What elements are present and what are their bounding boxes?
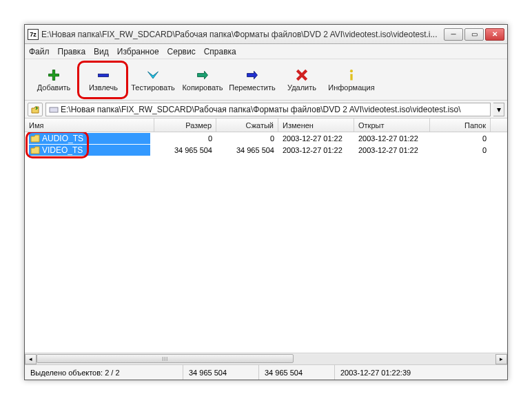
delete-label: Удалить <box>287 83 316 92</box>
up-button[interactable] <box>28 103 43 116</box>
svg-point-1 <box>350 70 353 72</box>
address-text: E:\Новая папка\FIX_RW_SDCARD\Рабочая пап… <box>61 105 461 114</box>
menu-help[interactable]: Справка <box>204 47 236 56</box>
address-dropdown[interactable]: ▾ <box>493 103 504 116</box>
window-controls: ─ ▭ ✕ <box>444 28 504 41</box>
extract-button[interactable]: Извлечь <box>79 61 128 99</box>
scroll-track[interactable]: ׀׀׀ <box>37 354 495 364</box>
main-window: 7z E:\Новая папка\FIX_RW_SDCARD\Рабочая … <box>24 24 508 380</box>
test-button[interactable]: Тестировать <box>128 61 178 99</box>
test-label: Тестировать <box>131 83 175 92</box>
menu-file[interactable]: Файл <box>29 47 50 56</box>
address-input[interactable]: E:\Новая папка\FIX_RW_SDCARD\Рабочая пап… <box>45 103 491 116</box>
table-row[interactable]: AUDIO_TS 0 0 2003-12-27 01:22 2003-12-27… <box>25 132 507 144</box>
menu-favorites[interactable]: Избранное <box>117 47 159 56</box>
scroll-thumb[interactable]: ׀׀׀ <box>37 354 294 363</box>
delete-icon <box>294 68 310 82</box>
menu-view[interactable]: Вид <box>94 47 109 56</box>
svg-rect-2 <box>350 74 352 80</box>
cell-opened: 2003-12-27 01:22 <box>354 134 430 143</box>
horizontal-scrollbar[interactable]: ◂ ׀׀׀ ▸ <box>25 353 507 364</box>
copy-label: Копировать <box>182 83 223 92</box>
status-packed: 34 965 504 <box>259 365 335 380</box>
status-date: 2003-12-27 01:22:39 <box>335 365 507 380</box>
header-name[interactable]: Имя <box>25 118 154 132</box>
header-opened[interactable]: Открыт <box>354 118 430 132</box>
table-row[interactable]: VIDEO_TS 34 965 504 34 965 504 2003-12-2… <box>25 144 507 156</box>
info-label: Информация <box>328 83 374 92</box>
status-selected: Выделено объектов: 2 / 2 <box>25 365 183 380</box>
column-headers: Имя Размер Сжатый Изменен Открыт Папок <box>25 118 507 132</box>
svg-rect-3 <box>50 107 58 112</box>
cell-folders: 0 <box>430 134 491 143</box>
drive-icon <box>49 105 59 114</box>
cell-size: 34 965 504 <box>154 146 216 154</box>
file-list[interactable]: AUDIO_TS 0 0 2003-12-27 01:22 2003-12-27… <box>25 132 507 353</box>
header-folders[interactable]: Папок <box>430 118 491 132</box>
menu-tools[interactable]: Сервис <box>167 47 196 56</box>
cell-packed: 0 <box>216 134 278 143</box>
cell-modified: 2003-12-27 01:22 <box>278 146 354 154</box>
header-packed[interactable]: Сжатый <box>216 118 278 132</box>
close-button[interactable]: ✕ <box>485 28 504 41</box>
folder-icon <box>30 134 40 143</box>
addressbar: E:\Новая папка\FIX_RW_SDCARD\Рабочая пап… <box>25 101 507 118</box>
svg-rect-0 <box>99 74 109 76</box>
folder-icon <box>30 146 40 154</box>
scroll-right-button[interactable]: ▸ <box>495 354 507 364</box>
folder-up-icon <box>30 105 40 114</box>
header-size[interactable]: Размер <box>154 118 216 132</box>
plus-icon <box>45 68 62 82</box>
delete-button[interactable]: Удалить <box>277 61 327 99</box>
file-name: VIDEO_TS <box>42 145 83 155</box>
maximize-button[interactable]: ▭ <box>464 28 484 41</box>
menu-edit[interactable]: Правка <box>58 47 86 56</box>
check-icon <box>145 68 161 82</box>
extract-label: Извлечь <box>89 83 118 92</box>
cell-packed: 34 965 504 <box>216 146 278 154</box>
minimize-button[interactable]: ─ <box>444 28 463 41</box>
toolbar: Добавить Извлечь Тестировать Копировать … <box>25 59 507 101</box>
minus-icon <box>95 68 112 82</box>
cell-opened: 2003-12-27 01:22 <box>354 146 430 154</box>
cell-modified: 2003-12-27 01:22 <box>278 134 354 143</box>
header-modified[interactable]: Изменен <box>278 118 354 132</box>
app-icon: 7z <box>28 29 39 40</box>
move-button[interactable]: Переместить <box>227 61 277 99</box>
window-title: E:\Новая папка\FIX_RW_SDCARD\Рабочая пап… <box>41 30 444 39</box>
scroll-left-button[interactable]: ◂ <box>25 354 37 364</box>
status-size: 34 965 504 <box>183 365 259 380</box>
file-name: AUDIO_TS <box>42 134 83 143</box>
add-label: Добавить <box>37 83 71 92</box>
copy-arrow-icon <box>194 68 211 82</box>
info-button[interactable]: Информация <box>327 61 376 99</box>
add-button[interactable]: Добавить <box>29 61 79 99</box>
titlebar[interactable]: 7z E:\Новая папка\FIX_RW_SDCARD\Рабочая … <box>25 25 507 44</box>
info-icon <box>343 68 360 82</box>
cell-folders: 0 <box>430 146 491 154</box>
copy-button[interactable]: Копировать <box>178 61 227 99</box>
cell-size: 0 <box>154 134 216 143</box>
move-label: Переместить <box>229 83 275 92</box>
statusbar: Выделено объектов: 2 / 2 34 965 504 34 9… <box>25 364 507 380</box>
move-arrow-icon <box>244 68 260 82</box>
menubar: Файл Правка Вид Избранное Сервис Справка <box>25 44 507 59</box>
